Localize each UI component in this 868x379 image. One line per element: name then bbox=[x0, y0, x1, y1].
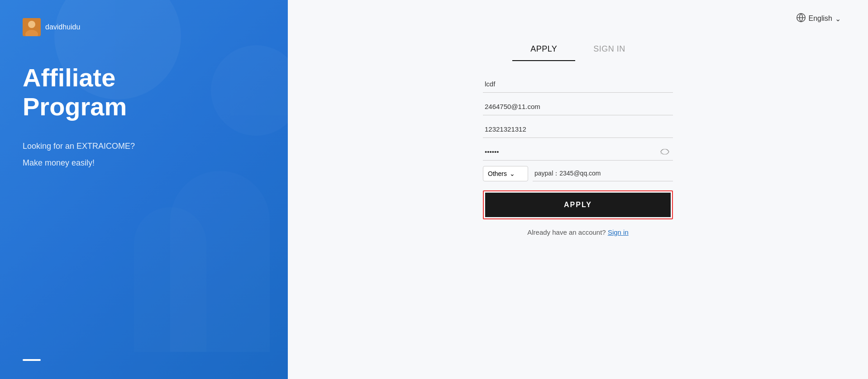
signin-prompt: Already have an account? Sign in bbox=[483, 228, 673, 236]
signin-link[interactable]: Sign in bbox=[608, 228, 629, 236]
payment-type-label: Others bbox=[488, 170, 507, 177]
form-container: APPLY SIGN IN Oth bbox=[483, 38, 673, 236]
phone-input[interactable] bbox=[483, 121, 673, 138]
top-bar: English ⌄ bbox=[306, 0, 850, 24]
payment-info-input[interactable] bbox=[533, 166, 673, 181]
avatar bbox=[23, 18, 41, 36]
payment-row: Others ⌄ bbox=[483, 166, 673, 181]
chevron-down-icon: ⌄ bbox=[835, 14, 841, 23]
language-label: English bbox=[809, 14, 832, 23]
subtitle2: Make money easily! bbox=[23, 156, 265, 170]
left-panel: davidhuidu AffiliateProgram Looking for … bbox=[0, 0, 288, 379]
username-label: davidhuidu bbox=[45, 23, 80, 31]
right-panel: English ⌄ APPLY SIGN IN bbox=[288, 0, 868, 379]
tab-apply[interactable]: APPLY bbox=[512, 38, 575, 61]
toggle-password-icon[interactable] bbox=[660, 147, 669, 157]
email-input[interactable] bbox=[483, 98, 673, 115]
svg-point-1 bbox=[28, 21, 35, 28]
email-field bbox=[483, 98, 673, 115]
hero-title: AffiliateProgram bbox=[23, 63, 265, 122]
user-badge: davidhuidu bbox=[23, 18, 265, 36]
subtitle1: Looking for an EXTRAICOME? bbox=[23, 140, 265, 153]
phone-field bbox=[483, 121, 673, 138]
payment-type-select[interactable]: Others ⌄ bbox=[483, 166, 528, 181]
apply-button-wrapper: APPLY bbox=[483, 190, 673, 219]
name-field bbox=[483, 76, 673, 93]
globe-icon bbox=[796, 13, 806, 24]
name-input[interactable] bbox=[483, 76, 673, 93]
tab-signin[interactable]: SIGN IN bbox=[575, 38, 644, 61]
password-field bbox=[483, 143, 673, 161]
tabs: APPLY SIGN IN bbox=[483, 38, 673, 61]
bottom-line-decoration bbox=[23, 359, 41, 361]
apply-button[interactable]: APPLY bbox=[485, 193, 671, 217]
payment-chevron-icon: ⌄ bbox=[510, 170, 515, 177]
password-input[interactable] bbox=[483, 143, 673, 161]
language-selector[interactable]: English ⌄ bbox=[796, 13, 841, 24]
